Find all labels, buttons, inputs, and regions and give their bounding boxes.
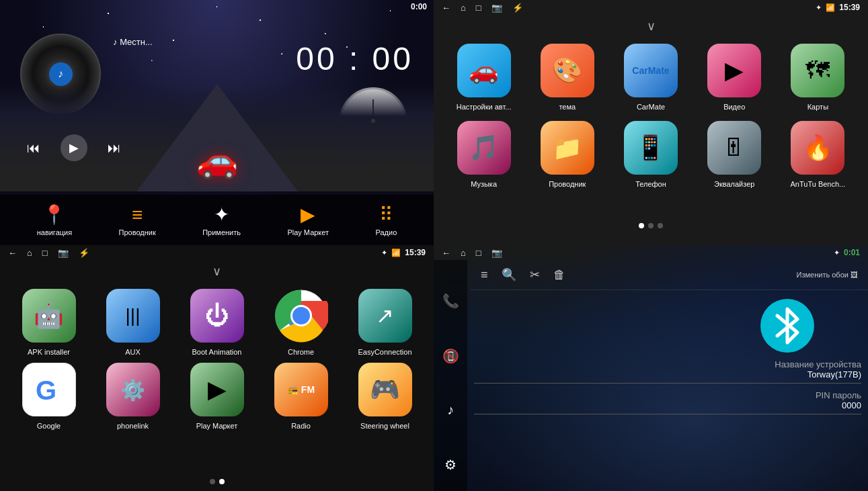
bt-icon-q3: ✦ (381, 249, 387, 257)
app-play-market[interactable]: ▶ Play Маркет (178, 363, 255, 430)
app-apk-label: APK installer (28, 348, 70, 356)
app-equalizer[interactable]: 🎚 Эквалайзер (698, 121, 771, 188)
q3-status-left: ← ⌂ □ 📷 ⚡ (8, 248, 89, 258)
app-video-label: Видео (723, 103, 745, 111)
play-button[interactable]: ▶ (61, 134, 87, 161)
app-carmate[interactable]: CarMate CarMate (614, 44, 687, 111)
search-icon[interactable]: 🔍 (502, 267, 516, 282)
explorer-icon-q2: 📁 (541, 121, 594, 175)
apk-installer-icon: 🤖 (22, 289, 76, 343)
screenshot-icon-q3[interactable]: 📷 (58, 248, 69, 258)
q3-page-dots (210, 479, 225, 484)
wifi-icon-q3: 📶 (391, 249, 401, 257)
chevron-down-icon[interactable]: ∨ (647, 19, 656, 34)
app-theme[interactable]: 🎨 тема (530, 44, 604, 111)
app-google[interactable]: G Google (10, 363, 87, 430)
app-phone[interactable]: 📱 Телефон (614, 121, 687, 188)
app-music-label: Музыка (471, 180, 497, 188)
nav-radio[interactable]: ⠿ Радио (375, 204, 397, 236)
nav-explorer[interactable]: ≡ Проводник (119, 204, 156, 236)
home-icon-q3[interactable]: ⌂ (27, 248, 32, 258)
music-player-panel: 0:00 ♪ Местн... ♪ 00 : 00 четверг 2015-0… (0, 0, 434, 245)
home-icon-q4[interactable]: ⌂ (461, 248, 466, 258)
navigation-icon: 📍 (42, 204, 66, 226)
app-theme-label: тема (559, 103, 576, 111)
app-antutu[interactable]: 🔥 AnTuTu Bench... (781, 121, 855, 188)
song-title: ♪ Местн... (113, 37, 153, 47)
nav-apply[interactable]: ✦ Применить (202, 204, 241, 236)
app-maps[interactable]: 🗺 Карты (781, 44, 855, 111)
chrome-icon (274, 289, 328, 343)
settings-gear-icon[interactable]: ⚙ (439, 451, 462, 478)
google-icon: G (22, 363, 76, 416)
recents-icon-q4[interactable]: □ (476, 248, 481, 258)
easy-connection-icon: ↗ (358, 289, 412, 343)
play-market-icon-q3: ▶ (190, 363, 244, 416)
aux-icon: ||| (106, 289, 160, 343)
q3-app-grid: 🤖 APK installer ||| AUX ⏻ Boot Animation (0, 282, 434, 437)
contacts-icon[interactable]: 📵 (437, 343, 465, 369)
app-steering[interactable]: 🎮 Steering wheel (346, 363, 424, 430)
app-chrome[interactable]: Chrome (262, 289, 340, 356)
dot-2 (648, 223, 654, 228)
theme-icon: 🎨 (541, 44, 594, 97)
app-steering-label: Steering wheel (360, 422, 409, 430)
radio-icon-q3: 📻 FM (274, 363, 328, 416)
music-nav-icon[interactable]: ♪ (442, 397, 459, 423)
list-icon[interactable]: ≡ (481, 268, 488, 282)
app-phonelink[interactable]: ⚙️ phonelink (94, 363, 171, 430)
app-settings[interactable]: 🚗 Настройки авт... (447, 44, 520, 111)
device-name-label: Название устройства (474, 359, 861, 369)
change-wallpaper-button[interactable]: Изменить обои 🖼 (797, 271, 858, 279)
usb-icon-q3[interactable]: ⚡ (79, 248, 89, 258)
app-explorer[interactable]: 📁 Проводник (530, 121, 604, 188)
wallpaper-icon: 🖼 (851, 271, 858, 279)
phone-call-icon[interactable]: 📞 (437, 287, 465, 314)
equalizer-icon: 🎚 (707, 121, 761, 175)
nav-navigation[interactable]: 📍 навигация (37, 204, 72, 236)
svg-point-3 (292, 307, 310, 324)
nav-radio-label: Радио (375, 228, 397, 236)
time-display: 00 : 00 (296, 40, 413, 77)
car-image: 🚗 (196, 135, 238, 181)
bluetooth-icon-container (760, 299, 814, 353)
bt-icon-status: ✦ (816, 3, 822, 12)
q4-toolbar: ≡ 🔍 ✂ 🗑 Изменить обои 🖼 (471, 260, 868, 290)
app-radio[interactable]: 📻 FM Radio (262, 363, 340, 430)
app-boot-animation[interactable]: ⏻ Boot Animation (178, 289, 255, 356)
app-easy-label: EasyConnection (358, 348, 411, 356)
bt-status-icon: ✦ (834, 249, 840, 257)
music-note-icon: ♪ (58, 68, 63, 80)
app-grid-panel-2: ← ⌂ □ 📷 ⚡ ✦ 📶 15:39 ∨ 🤖 APK installer ||… (0, 245, 434, 491)
app-play-label: Play Маркет (196, 422, 238, 430)
q3-dot-1 (210, 479, 215, 484)
q3-chevron-down-icon[interactable]: ∨ (212, 264, 221, 279)
recents-icon-q3[interactable]: □ (42, 248, 48, 258)
q1-bottom-bar: 📍 навигация ≡ Проводник ✦ Применить ▶ Pl… (0, 195, 434, 245)
prev-button[interactable]: ⏮ (27, 140, 40, 156)
app-antutu-label: AnTuTu Bench... (791, 180, 846, 188)
q2-status-time: 15:39 (839, 3, 860, 12)
app-apk-installer[interactable]: 🤖 APK installer (10, 289, 87, 356)
app-easy-connection[interactable]: ↗ EasyConnection (346, 289, 424, 356)
delete-icon[interactable]: 🗑 (553, 268, 565, 282)
app-music[interactable]: 🎵 Музыка (447, 121, 520, 188)
app-aux-label: AUX (125, 348, 141, 356)
boot-animation-icon: ⏻ (190, 289, 244, 343)
app-aux[interactable]: ||| AUX (94, 289, 171, 356)
app-settings-label: Настройки авт... (457, 103, 512, 111)
screenshot-icon-q4[interactable]: 📷 (491, 248, 502, 258)
app-grid-panel-1: ← ⌂ □ 📷 ⚡ ✦ 📶 15:39 ∨ 🚗 Настройки авт...… (434, 0, 868, 245)
nav-play-market[interactable]: ▶ Play Маркет (287, 204, 329, 236)
app-chrome-label: Chrome (288, 348, 314, 356)
back-icon-q3[interactable]: ← (8, 248, 17, 258)
dot-3 (658, 223, 663, 228)
app-google-label: Google (37, 422, 61, 430)
next-button[interactable]: ⏭ (108, 140, 121, 156)
settings-icon: 🚗 (457, 44, 511, 97)
back-icon-q4[interactable]: ← (442, 248, 450, 258)
explorer-icon: ≡ (132, 204, 143, 226)
maps-icon: 🗺 (791, 44, 844, 97)
scissors-icon[interactable]: ✂ (530, 267, 540, 282)
app-video[interactable]: ▶ Видео (698, 44, 771, 111)
